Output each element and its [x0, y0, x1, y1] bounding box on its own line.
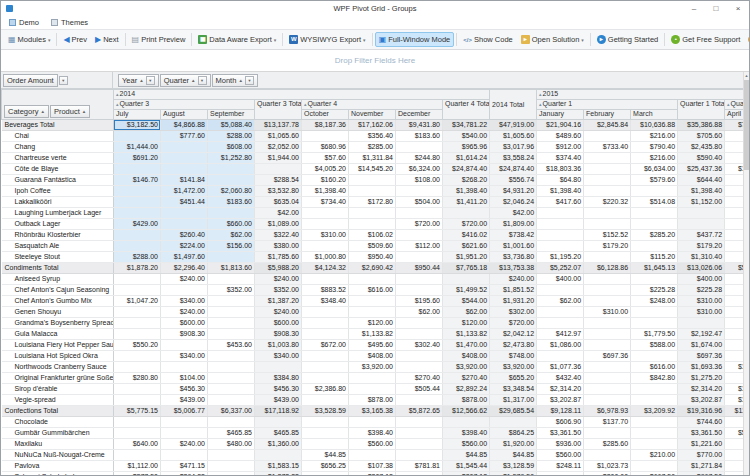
pivot-cell[interactable]: $210.00 [631, 450, 678, 461]
pivot-cell[interactable] [584, 274, 631, 285]
pivot-cell[interactable]: $310.00 [678, 296, 725, 307]
pivot-cell[interactable] [631, 351, 678, 362]
print-preview-button[interactable]: ▤ Print Preview [128, 32, 190, 47]
pivot-cell[interactable] [208, 252, 255, 263]
pivot-cell[interactable]: $439.00 [161, 395, 208, 406]
pivot-cell[interactable]: $2,314.20 [678, 384, 725, 395]
pivot-cell[interactable]: $179.20 [678, 241, 725, 252]
pivot-cell[interactable] [584, 428, 631, 439]
pivot-cell[interactable]: $29,685.54 [490, 406, 537, 417]
pivot-cell[interactable] [208, 472, 255, 476]
pivot-cell[interactable]: $310.00 [302, 230, 349, 241]
pivot-cell[interactable]: $12,566.62 [443, 406, 490, 417]
pivot-cell[interactable]: $112.00 [396, 241, 443, 252]
pivot-cell[interactable]: $877.50 [114, 472, 161, 476]
year-field-button[interactable]: Year ▲ ▼ [118, 74, 159, 87]
pivot-cell[interactable]: $864.25 [490, 428, 537, 439]
pivot-cell[interactable] [208, 296, 255, 307]
pivot-cell[interactable] [349, 175, 396, 186]
pivot-cell[interactable]: $1,398.40 [678, 186, 725, 197]
month-field-button[interactable]: Month ▲ ▼ [212, 74, 258, 87]
pivot-cell[interactable] [396, 362, 443, 373]
pivot-cell[interactable] [631, 461, 678, 472]
pivot-cell[interactable]: $270.40 [396, 373, 443, 384]
pivot-cell[interactable]: $183.60 [208, 197, 255, 208]
pivot-cell[interactable]: $5,006.77 [161, 406, 208, 417]
row-header[interactable]: Louisiana Hot Spiced Okra [2, 351, 114, 362]
pivot-cell[interactable] [396, 186, 443, 197]
pivot-cell[interactable]: $588.00 [631, 340, 678, 351]
pivot-cell[interactable]: $635.04 [255, 197, 302, 208]
pivot-cell[interactable] [584, 329, 631, 340]
pivot-cell[interactable] [161, 362, 208, 373]
pivot-cell[interactable]: $471.15 [161, 461, 208, 472]
pivot-cell[interactable]: $3,017.96 [490, 142, 537, 153]
row-header[interactable]: Chocolade [2, 417, 114, 428]
collapse-icon[interactable]: ▴ [116, 101, 119, 107]
pivot-cell[interactable]: $240.00 [161, 439, 208, 450]
row-header[interactable]: Aniseed Syrup [2, 274, 114, 285]
pivot-cell[interactable]: $137.70 [584, 417, 631, 428]
pivot-cell[interactable] [537, 241, 584, 252]
pivot-cell[interactable] [631, 439, 678, 450]
pivot-cell[interactable] [208, 318, 255, 329]
pivot-cell[interactable] [114, 230, 161, 241]
pivot-cell[interactable]: $34,781.22 [443, 120, 490, 131]
pivot-cell[interactable] [584, 450, 631, 461]
pivot-cell[interactable]: $300.00 [584, 472, 631, 476]
pivot-cell[interactable] [302, 417, 349, 428]
pivot-cell[interactable] [537, 351, 584, 362]
pivot-cell[interactable]: $1,112.00 [114, 461, 161, 472]
field-filter-icon[interactable]: ▼ [146, 76, 155, 85]
pivot-cell[interactable]: $680.96 [302, 142, 349, 153]
pivot-cell[interactable]: $183.60 [396, 131, 443, 142]
row-header[interactable]: Beverages Total [2, 120, 114, 131]
pivot-cell[interactable] [114, 285, 161, 296]
pivot-cell[interactable] [302, 351, 349, 362]
pivot-cell[interactable] [631, 428, 678, 439]
pivot-cell[interactable]: $2,690.42 [349, 263, 396, 274]
row-header[interactable]: Steeleye Stout [2, 252, 114, 263]
pivot-cell[interactable] [349, 208, 396, 219]
pivot-cell[interactable]: $340.00 [161, 296, 208, 307]
pivot-cell[interactable]: $1,195.20 [537, 252, 584, 263]
pivot-cell[interactable]: $439.00 [255, 395, 302, 406]
pivot-cell[interactable]: $3,558.24 [490, 153, 537, 164]
pivot-cell[interactable]: $3,920.00 [349, 362, 396, 373]
pivot-cell[interactable]: $394.88 [161, 472, 208, 476]
pivot-cell[interactable]: $141.84 [161, 175, 208, 186]
pivot-cell[interactable]: $240.00 [161, 307, 208, 318]
pivot-cell[interactable] [161, 285, 208, 296]
pivot-cell[interactable]: $220.32 [584, 197, 631, 208]
pivot-cell[interactable]: $3,361.50 [678, 428, 725, 439]
pivot-cell[interactable]: $544.00 [443, 296, 490, 307]
minimize-button[interactable]: – [683, 4, 705, 13]
pivot-cell[interactable] [584, 164, 631, 175]
pivot-cell[interactable]: $14,545.20 [349, 164, 396, 175]
pivot-cell[interactable] [114, 164, 161, 175]
pivot-cell[interactable]: $17,162.06 [349, 120, 396, 131]
pivot-cell[interactable]: $912.00 [537, 142, 584, 153]
pivot-cell[interactable]: $1,001.60 [490, 241, 537, 252]
pivot-cell[interactable] [208, 351, 255, 362]
pivot-cell[interactable]: $302.00 [490, 307, 537, 318]
pivot-cell[interactable]: $8,187.36 [302, 120, 349, 131]
pivot-cell[interactable]: $1,133.82 [443, 329, 490, 340]
pivot-cell[interactable]: $1,545.44 [443, 461, 490, 472]
column-header-january[interactable]: January [537, 110, 584, 120]
pivot-cell[interactable] [631, 318, 678, 329]
pivot-cell[interactable]: $656.25 [302, 461, 349, 472]
full-window-mode-button[interactable]: ▣ Full-Window Mode [375, 32, 455, 47]
pivot-cell[interactable]: $1,310.40 [678, 252, 725, 263]
pivot-cell[interactable] [396, 472, 443, 476]
pivot-cell[interactable] [537, 318, 584, 329]
row-header[interactable]: Gula Malacca [2, 329, 114, 340]
pivot-cell[interactable] [114, 395, 161, 406]
pivot-cell[interactable]: $195.60 [396, 296, 443, 307]
pivot-cell[interactable]: $2,435.80 [678, 142, 725, 153]
pivot-cell[interactable]: $606.90 [537, 417, 584, 428]
pivot-cell[interactable]: $44.85 [443, 450, 490, 461]
pivot-cell[interactable]: $64.80 [537, 175, 584, 186]
pivot-cell[interactable]: $1,023.73 [584, 461, 631, 472]
pivot-cell[interactable] [584, 340, 631, 351]
